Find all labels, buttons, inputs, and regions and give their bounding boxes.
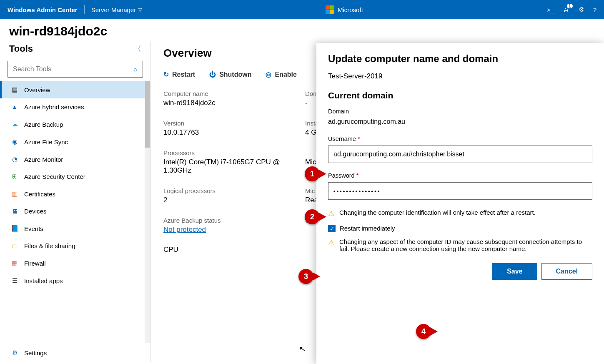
warning-icon: ⚠	[328, 238, 334, 252]
sidebar-item-settings[interactable]: ⚙ Settings	[0, 343, 150, 362]
tool-icon: 📘	[11, 225, 18, 232]
username-label: Username *	[328, 136, 592, 142]
callout-4: 4	[416, 324, 442, 339]
password-input[interactable]	[328, 182, 592, 200]
cancel-button[interactable]: Cancel	[541, 263, 592, 280]
sidebar-item-azure-file-sync[interactable]: ◉Azure File Sync	[0, 133, 145, 151]
top-bar: Windows Admin Center Server Manager ▽ Mi…	[0, 0, 604, 19]
update-computer-panel: Update computer name and domain Test-Ser…	[316, 43, 604, 364]
restart-icon: ↻	[163, 70, 169, 78]
warning-restart-required: ⚠ Changing the computer identification w…	[328, 209, 592, 218]
restart-immediately-checkbox[interactable]: ✓ Restart immediately	[328, 225, 592, 232]
tool-icon: ◔	[11, 156, 18, 163]
restart-button[interactable]: ↻Restart	[163, 70, 195, 78]
sidebar-item-label: Events	[24, 225, 43, 232]
panel-computer-name: Test-Server-2019	[328, 72, 592, 80]
field-computer-name: Computer name win-rd9184jdo2c	[163, 90, 301, 107]
sidebar-scrollbar[interactable]: ▲ ▼	[145, 81, 150, 343]
sidebar-item-label: Installed apps	[24, 277, 63, 284]
sidebar-item-events[interactable]: 📘Events	[0, 220, 145, 237]
tool-icon: ⛨	[11, 173, 18, 180]
tool-icon: ◉	[11, 138, 18, 146]
tool-icon: ▥	[11, 190, 18, 198]
tools-title: Tools	[9, 43, 33, 54]
gear-icon: ⚙	[11, 349, 18, 356]
sidebar-item-label: Certificates	[24, 191, 55, 198]
app-brand[interactable]: Windows Admin Center	[8, 6, 78, 13]
sidebar-item-azure-backup[interactable]: ☁Azure Backup	[0, 115, 145, 133]
sidebar-item-label: Azure Monitor	[24, 156, 63, 163]
search-tools-field[interactable]: ⌕	[8, 61, 143, 78]
enable-button[interactable]: ◎Enable	[266, 70, 296, 78]
sidebar-item-devices[interactable]: 🖥Devices	[0, 203, 145, 220]
domain-value: ad.gurucomputing.com.au	[328, 118, 592, 126]
server-manager-menu[interactable]: Server Manager ▽	[91, 6, 142, 13]
warning-connection-fail: ⚠ Changing any aspect of the computer ID…	[328, 238, 592, 252]
microsoft-logo-icon	[326, 5, 334, 14]
sidebar-item-label: Devices	[24, 208, 46, 215]
microsoft-brand: Microsoft	[142, 5, 546, 14]
target-icon: ◎	[266, 70, 271, 78]
field-logical-processors: Logical processors 2	[163, 187, 301, 204]
server-name-heading: win-rd9184jdo2c	[0, 19, 604, 41]
tools-sidebar: Tools 〈 ⌕ ▤Overview▲Azure hybrid service…	[0, 41, 151, 362]
notification-badge: 1	[567, 4, 573, 8]
collapse-sidebar-icon[interactable]: 〈	[134, 44, 141, 54]
sidebar-item-label: Azure Backup	[24, 121, 63, 128]
tool-icon: ☁	[11, 120, 18, 128]
field-azure-backup: Azure Backup status Not protected	[163, 217, 301, 234]
tool-icon: ▤	[11, 86, 18, 93]
divider	[84, 5, 85, 14]
settings-icon[interactable]: ⚙	[579, 6, 584, 13]
sidebar-item-azure-security-center[interactable]: ⛨Azure Security Center	[0, 168, 145, 185]
sidebar-item-label: Azure File Sync	[24, 138, 68, 146]
not-protected-link[interactable]: Not protected	[163, 226, 301, 234]
checkbox-icon[interactable]: ✓	[328, 225, 336, 232]
sidebar-item-firewall[interactable]: ▦Firewall	[0, 254, 145, 272]
sidebar-item-label: Files & file sharing	[24, 242, 75, 249]
tool-icon: 🖥	[11, 208, 18, 215]
field-processors: Processors Intel(R) Core(TM) i7-1065G7 C…	[163, 149, 301, 175]
sidebar-item-azure-monitor[interactable]: ◔Azure Monitor	[0, 151, 145, 168]
panel-section-title: Current domain	[328, 90, 592, 100]
tool-icon: ▦	[11, 259, 18, 267]
sidebar-item-azure-hybrid-services[interactable]: ▲Azure hybrid services	[0, 98, 145, 115]
tool-icon: ☰	[11, 277, 18, 284]
microsoft-label: Microsoft	[338, 6, 363, 13]
domain-label: Domain	[328, 108, 592, 115]
callout-3: 3	[298, 269, 324, 284]
password-label: Password *	[328, 172, 592, 179]
callout-1: 1	[305, 166, 331, 181]
tool-icon: ▲	[11, 103, 18, 110]
sidebar-item-label: Azure hybrid services	[24, 103, 84, 110]
sidebar-item-label: Firewall	[24, 260, 46, 267]
sidebar-item-overview[interactable]: ▤Overview	[0, 81, 145, 98]
menu-label: Server Manager	[91, 6, 136, 13]
sidebar-item-certificates[interactable]: ▥Certificates	[0, 185, 145, 203]
chevron-down-icon: ▽	[138, 7, 142, 13]
save-button[interactable]: Save	[492, 263, 537, 280]
checkbox-label: Restart immediately	[340, 225, 395, 232]
username-input[interactable]	[328, 146, 592, 163]
tool-icon: 🗀	[11, 242, 18, 249]
sidebar-item-files-file-sharing[interactable]: 🗀Files & file sharing	[0, 237, 145, 254]
sidebar-item-installed-apps[interactable]: ☰Installed apps	[0, 272, 145, 289]
sidebar-item-label: Settings	[24, 349, 47, 356]
shutdown-button[interactable]: ⏻Shutdown	[209, 70, 251, 78]
callout-2: 2	[305, 209, 331, 224]
notifications-icon[interactable]: 🕭1	[563, 6, 569, 13]
scrollbar-thumb[interactable]	[145, 81, 150, 148]
search-input[interactable]	[13, 65, 133, 73]
search-icon: ⌕	[133, 65, 138, 73]
sidebar-item-label: Overview	[24, 86, 50, 93]
field-version: Version 10.0.17763	[163, 120, 301, 137]
power-icon: ⏻	[209, 71, 216, 78]
help-icon[interactable]: ?	[593, 6, 596, 13]
panel-title: Update computer name and domain	[328, 53, 592, 65]
powershell-icon[interactable]: >_	[547, 6, 554, 13]
sidebar-item-label: Azure Security Center	[24, 173, 85, 180]
